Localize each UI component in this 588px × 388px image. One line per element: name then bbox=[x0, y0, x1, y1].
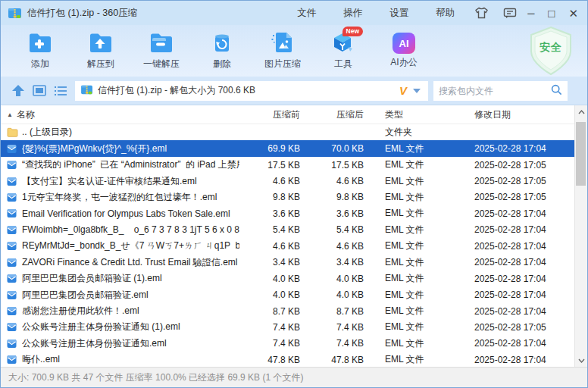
type-cell: EML 文件 bbox=[364, 321, 462, 333]
size-before-cell: 3.4 KB bbox=[239, 257, 300, 268]
type-cell: EML 文件 bbox=[364, 158, 462, 171]
column-header-date[interactable]: 修改日期 bbox=[462, 108, 574, 121]
column-header-after[interactable]: 压缩后 bbox=[300, 108, 364, 121]
tools-button[interactable]: New 工具 bbox=[313, 32, 374, 70]
file-name-cell: FWloimbh=_0lga8bfk_B_ o_6 7 3 7 8 3 1jT … bbox=[1, 224, 239, 235]
column-header-name[interactable]: ▲ 名称 bbox=[1, 108, 239, 121]
tool-label: 一键解压 bbox=[143, 58, 180, 70]
eml-file-icon bbox=[7, 355, 17, 365]
table-row[interactable]: Email Verification for Olympus Labs Toke… bbox=[1, 205, 574, 221]
table-row[interactable]: “查找我的 iPhone” 已在 “Administrator” 的 iPad … bbox=[1, 157, 574, 173]
menu-settings[interactable]: 设置 bbox=[389, 7, 408, 20]
size-after-cell: 70.0 KB bbox=[300, 143, 364, 154]
type-cell: EML 文件 bbox=[364, 175, 462, 188]
security-shield[interactable]: 安全 bbox=[527, 26, 575, 76]
search-icon[interactable] bbox=[551, 84, 562, 98]
scrollbar-thumb[interactable] bbox=[576, 122, 586, 186]
scroll-down-icon[interactable] bbox=[575, 354, 587, 367]
table-row[interactable]: REyMrMtJd=_bondk_B_せ《7 ㄢWㄎ7+ㄌㄏ ㄐq1P bWtㄅ… bbox=[1, 238, 574, 254]
extract-to-button[interactable]: 解压到 bbox=[70, 32, 131, 70]
close-button[interactable]: ✕ bbox=[568, 8, 578, 19]
type-cell: 文件夹 bbox=[364, 126, 462, 139]
table-row[interactable]: 晦仆..eml 47.8 KB 47.8 KB EML 文件 2025-02-2… bbox=[1, 352, 574, 367]
one-click-extract-button[interactable]: 一键解压 bbox=[131, 32, 192, 70]
table-row[interactable]: ZAVORi Finance & Credit Ltd. Trust Email… bbox=[1, 255, 574, 271]
column-header-type[interactable]: 类型 bbox=[364, 108, 462, 121]
open-folder-icon bbox=[149, 32, 174, 55]
size-before-cell: 5.4 KB bbox=[239, 224, 300, 235]
maximize-button[interactable]: □ bbox=[548, 8, 555, 19]
window-title: 信件打包 (1).zip - 360压缩 bbox=[27, 7, 137, 20]
chevron-down-icon[interactable] bbox=[413, 89, 421, 93]
size-before-cell: 7.4 KB bbox=[239, 338, 300, 349]
table-row[interactable]: 阿里巴巴集团会员邮箱验证.eml 4.0 KB 4.0 KB EML 文件 20… bbox=[1, 286, 574, 302]
menu-action[interactable]: 操作 bbox=[343, 7, 362, 20]
table-row[interactable]: 感谢您注册使用此软件！.eml 8.7 KB 8.7 KB EML 文件 202… bbox=[1, 303, 574, 319]
file-name-cell: 感谢您注册使用此软件！.eml bbox=[1, 305, 239, 318]
date-cell: 2025-02-28 17:04 bbox=[462, 241, 574, 252]
table-row[interactable]: 1元夺宝年终奖，屯一波猛烈的红包过壕年！.eml 9.8 KB 9.8 KB E… bbox=[1, 189, 574, 205]
eml-file-icon bbox=[7, 290, 17, 300]
tool-label: AI办公 bbox=[390, 56, 417, 69]
tool-label: 添加 bbox=[31, 58, 49, 70]
menu-help[interactable]: 帮助 bbox=[436, 7, 455, 20]
eml-file-icon bbox=[7, 144, 17, 154]
eml-file-icon bbox=[7, 160, 17, 170]
scrollbar-track[interactable] bbox=[575, 118, 587, 354]
menubar: 文件 操作 设置 帮助 bbox=[297, 7, 455, 20]
list-header: ▲ 名称 压缩前 压缩后 类型 修改日期 bbox=[1, 105, 574, 124]
tool-label: 解压到 bbox=[87, 58, 114, 70]
type-cell: EML 文件 bbox=[364, 224, 462, 236]
size-before-cell: 47.8 KB bbox=[239, 355, 300, 365]
table-row[interactable]: {髮}%{票}MPgWnkv{贷}^_%{开}.eml 69.9 KB 70.0… bbox=[1, 140, 574, 156]
minimize-button[interactable]: ─ bbox=[527, 8, 534, 18]
table-row[interactable]: FWloimbh=_0lga8bfk_B_ o_6 7 3 7 8 3 1jT … bbox=[1, 222, 574, 238]
archive-path-combobox[interactable]: 信件打包 (1).zip - 解包大小为 700.6 KB V bbox=[75, 81, 428, 101]
size-before-cell: 4.6 KB bbox=[239, 241, 300, 252]
delete-button[interactable]: 删除 bbox=[192, 32, 252, 70]
size-before-cell: 7.4 KB bbox=[239, 322, 300, 333]
table-row[interactable]: .. (上级目录) 文件夹 bbox=[1, 124, 574, 140]
type-cell: EML 文件 bbox=[364, 239, 462, 252]
ai-icon: AI bbox=[393, 33, 415, 54]
eml-file-icon bbox=[7, 258, 17, 268]
date-cell: 2025-02-28 17:04 bbox=[462, 306, 574, 317]
preview-pane-icon[interactable] bbox=[31, 83, 48, 99]
type-cell: EML 文件 bbox=[364, 289, 462, 302]
size-before-cell: 4.0 KB bbox=[239, 289, 300, 300]
status-text: 大小: 700.9 KB 共 47 个文件 压缩率 100.0% 已经选择 69… bbox=[8, 371, 303, 384]
search-input[interactable] bbox=[439, 86, 551, 96]
up-directory-icon[interactable] bbox=[10, 83, 27, 99]
type-cell: EML 文件 bbox=[364, 191, 462, 204]
list-view-icon[interactable] bbox=[52, 83, 69, 99]
ai-office-button[interactable]: AI AI办公 bbox=[374, 33, 434, 69]
table-row[interactable]: 【支付宝】实名认证-证件审核结果通知.eml 4.6 KB 4.6 KB EML… bbox=[1, 173, 574, 189]
eml-file-icon bbox=[7, 274, 17, 283]
type-cell: EML 文件 bbox=[364, 272, 462, 285]
date-cell: 2025-02-28 17:04 bbox=[462, 338, 574, 349]
skin-theme-icon[interactable] bbox=[474, 7, 489, 19]
vertical-scrollbar[interactable] bbox=[574, 105, 587, 367]
file-name-cell: 晦仆..eml bbox=[1, 353, 239, 366]
table-row[interactable]: 阿里巴巴集团会员邮箱验证 (1).eml 4.0 KB 4.0 KB EML 文… bbox=[1, 271, 574, 286]
type-cell: EML 文件 bbox=[364, 207, 462, 220]
menu-file[interactable]: 文件 bbox=[297, 7, 316, 20]
table-row[interactable]: 公众账号注册主体身份验证通知 (1).eml 7.4 KB 7.4 KB EML… bbox=[1, 319, 574, 335]
add-button[interactable]: 添加 bbox=[10, 32, 70, 70]
scroll-up-icon[interactable] bbox=[575, 105, 587, 118]
file-name-cell: {髮}%{票}MPgWnkv{贷}^_%{开}.eml bbox=[1, 142, 239, 155]
sort-asc-icon: ▲ bbox=[7, 111, 13, 118]
file-name-cell: 公众账号注册主体身份验证通知.eml bbox=[1, 337, 239, 350]
size-after-cell: 3.6 KB bbox=[300, 208, 364, 219]
date-cell: 2025-02-28 17:04 bbox=[462, 143, 574, 154]
size-before-cell: 9.8 KB bbox=[239, 192, 300, 202]
column-header-before[interactable]: 压缩前 bbox=[239, 108, 300, 121]
date-cell: 2025-02-28 17:05 bbox=[462, 160, 574, 171]
file-name-cell: .. (上级目录) bbox=[1, 126, 239, 139]
type-cell: EML 文件 bbox=[364, 142, 462, 155]
eml-file-icon bbox=[7, 225, 17, 235]
image-compress-button[interactable]: 图片压缩 bbox=[252, 32, 313, 70]
date-cell: 2025-02-28 17:04 bbox=[462, 274, 574, 284]
table-row[interactable]: 公众账号注册主体身份验证通知.eml 7.4 KB 7.4 KB EML 文件 … bbox=[1, 336, 574, 352]
feedback-icon[interactable] bbox=[503, 8, 517, 19]
